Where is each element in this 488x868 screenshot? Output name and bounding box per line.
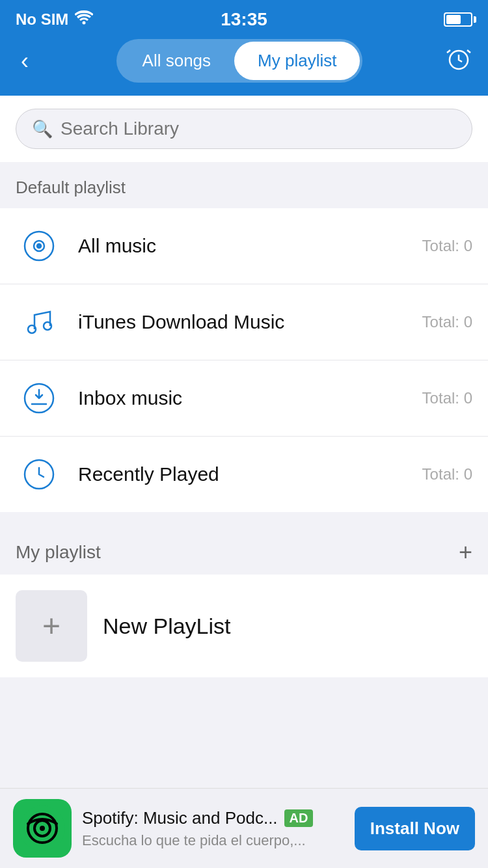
- itunes-label: iTunes Download Music: [78, 311, 422, 333]
- all-music-label: All music: [78, 235, 422, 257]
- my-playlist-title: My playlist: [16, 542, 101, 563]
- new-playlist-thumbnail: +: [16, 590, 87, 662]
- main-content: 🔍 Default playlist All music Total: 0: [0, 96, 488, 768]
- inbox-total: Total: 0: [422, 389, 472, 407]
- new-playlist-container: + New PlayList: [0, 575, 488, 677]
- search-container: 🔍: [0, 96, 488, 162]
- playlist-item-all-music[interactable]: All music Total: 0: [0, 208, 488, 284]
- ad-badge: AD: [284, 809, 314, 827]
- svg-point-3: [37, 244, 41, 248]
- recently-total: Total: 0: [422, 465, 472, 483]
- tab-all-songs[interactable]: All songs: [119, 42, 235, 80]
- alarm-button[interactable]: [445, 45, 472, 77]
- search-bar: 🔍: [16, 109, 472, 149]
- new-playlist-plus-icon: +: [42, 610, 61, 642]
- svg-point-11: [40, 826, 45, 831]
- back-button[interactable]: ‹: [16, 42, 34, 80]
- install-now-button[interactable]: Install Now: [355, 807, 475, 850]
- status-right: [444, 12, 472, 27]
- playlist-item-inbox[interactable]: Inbox music Total: 0: [0, 360, 488, 437]
- ad-title: Spotify: Music and Podc...: [82, 808, 278, 828]
- battery-icon: [444, 12, 472, 27]
- playlist-item-itunes[interactable]: iTunes Download Music Total: 0: [0, 284, 488, 360]
- header: ‹ All songs My playlist: [0, 39, 488, 96]
- time-display: 13:35: [221, 9, 267, 30]
- new-playlist-label: New PlayList: [103, 614, 231, 639]
- recently-played-icon: [16, 451, 62, 498]
- all-music-total: Total: 0: [422, 237, 472, 255]
- default-playlist-header: Default playlist: [0, 162, 488, 208]
- ad-info: Spotify: Music and Podc... AD Escucha lo…: [82, 808, 344, 849]
- wifi-icon: [75, 10, 93, 29]
- search-icon: 🔍: [32, 119, 53, 139]
- ad-title-row: Spotify: Music and Podc... AD: [82, 808, 344, 828]
- section-divider: [0, 512, 488, 525]
- tab-my-playlist[interactable]: My playlist: [234, 42, 360, 80]
- ad-subtitle: Escucha lo que te pida el cuerpo,...: [82, 832, 344, 849]
- tab-group: All songs My playlist: [116, 39, 363, 83]
- itunes-total: Total: 0: [422, 313, 472, 331]
- ad-app-icon: [13, 799, 72, 858]
- inbox-icon: [16, 375, 62, 422]
- playlist-item-recently[interactable]: Recently Played Total: 0: [0, 437, 488, 512]
- recently-label: Recently Played: [78, 463, 422, 485]
- inbox-label: Inbox music: [78, 387, 422, 409]
- new-playlist-card[interactable]: + New PlayList: [16, 585, 472, 667]
- default-playlist-section: All music Total: 0 iTunes Download Music…: [0, 208, 488, 512]
- status-left: No SIM: [16, 10, 93, 29]
- itunes-icon: [16, 299, 62, 346]
- search-input[interactable]: [61, 118, 456, 139]
- my-playlist-header: My playlist +: [0, 525, 488, 575]
- all-music-icon: [16, 223, 62, 269]
- carrier-label: No SIM: [16, 10, 68, 29]
- add-playlist-button[interactable]: +: [459, 541, 472, 564]
- ad-banner: Spotify: Music and Podc... AD Escucha lo…: [0, 788, 488, 868]
- status-bar: No SIM 13:35: [0, 0, 488, 39]
